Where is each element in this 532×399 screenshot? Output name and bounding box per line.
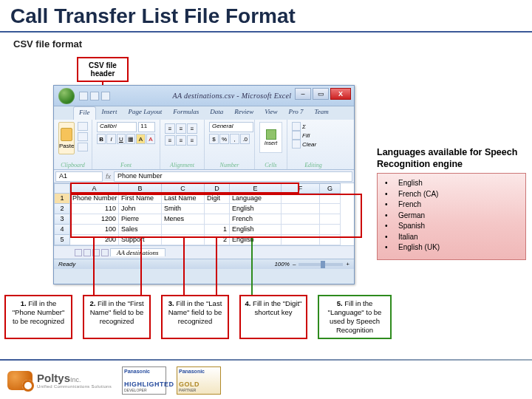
office-orb-icon[interactable] [58, 88, 75, 104]
qat-save-icon[interactable] [79, 92, 88, 100]
cell[interactable]: English [230, 204, 282, 214]
row-header-1[interactable]: 1 [54, 194, 70, 204]
ribbon-tab-view[interactable]: View [259, 106, 282, 120]
name-box[interactable]: A1 [55, 171, 103, 182]
italic-button[interactable]: I [106, 134, 115, 144]
font-color-button[interactable]: A [146, 134, 155, 144]
cell[interactable] [282, 194, 320, 204]
comma-icon[interactable]: , [230, 134, 239, 144]
format-painter-icon[interactable] [78, 143, 88, 151]
align-top-icon[interactable]: ≡ [165, 123, 175, 134]
cell[interactable]: 200 [70, 235, 119, 245]
cell[interactable] [282, 225, 320, 235]
copy-icon[interactable] [78, 132, 88, 141]
underline-button[interactable]: U [117, 134, 126, 144]
cell[interactable] [320, 235, 341, 245]
align-center-icon[interactable]: ≡ [176, 135, 186, 146]
col-header-G[interactable]: G [320, 183, 341, 194]
sheet-nav-first-icon[interactable] [75, 249, 82, 256]
font-name-select[interactable]: Calibri [97, 122, 137, 132]
col-header-B[interactable]: B [119, 183, 162, 194]
cell[interactable]: Sales [119, 225, 162, 235]
cell[interactable] [320, 225, 341, 235]
align-bot-icon[interactable]: ≡ [187, 123, 197, 134]
ribbon-tab-review[interactable]: Review [229, 106, 259, 120]
col-header-F[interactable]: F [282, 183, 320, 194]
sheet-nav-last-icon[interactable] [101, 249, 109, 256]
font-size-select[interactable]: 11 [138, 122, 155, 132]
cell[interactable]: Last Name [162, 194, 205, 204]
bold-button[interactable]: B [97, 134, 106, 144]
minimize-button[interactable]: – [295, 88, 311, 100]
select-all-corner[interactable] [54, 183, 70, 194]
qat-redo-icon[interactable] [101, 92, 110, 100]
fx-icon[interactable]: fx [106, 173, 111, 180]
cell[interactable] [162, 225, 205, 235]
row-header-2[interactable]: 2 [54, 204, 70, 214]
number-format-select[interactable]: General [209, 122, 253, 132]
inc-dec-icon[interactable]: .0 [240, 134, 250, 144]
col-header-C[interactable]: C [162, 183, 205, 194]
ribbon-tab-pro7[interactable]: Pro 7 [284, 106, 309, 120]
cell[interactable]: English [230, 225, 282, 235]
row-header-3[interactable]: 3 [54, 214, 70, 225]
cell[interactable] [205, 214, 230, 225]
autosum-icon[interactable] [292, 122, 301, 131]
align-left-icon[interactable]: ≡ [165, 135, 175, 146]
percent-icon[interactable]: % [219, 134, 229, 144]
cell[interactable] [205, 204, 230, 214]
cut-icon[interactable] [78, 122, 88, 131]
col-header-D[interactable]: D [205, 183, 230, 194]
align-right-icon[interactable]: ≡ [187, 135, 197, 146]
ribbon-tab-pagelayout[interactable]: Page Layout [123, 106, 168, 120]
col-header-E[interactable]: E [230, 183, 282, 194]
cell[interactable]: 2 [205, 235, 230, 245]
zoom-control[interactable]: 100% –+ [274, 261, 349, 267]
sheet-tab[interactable]: AA destinations [110, 248, 166, 256]
cell[interactable] [282, 214, 320, 225]
row-header-4[interactable]: 4 [54, 225, 70, 235]
formula-input[interactable]: Phone Number [114, 171, 352, 182]
connector-3 [183, 238, 185, 297]
border-button[interactable]: ▦ [126, 134, 135, 144]
cell[interactable]: Menes [162, 214, 205, 225]
qat-undo-icon[interactable] [90, 92, 99, 100]
insert-cells-button[interactable]: Insert [259, 122, 282, 153]
cell[interactable]: John [119, 204, 162, 214]
cell[interactable]: 1200 [70, 214, 119, 225]
zoom-slider[interactable] [299, 263, 343, 266]
cell[interactable] [282, 204, 320, 214]
cell[interactable] [320, 214, 341, 225]
row-header-5[interactable]: 5 [54, 235, 70, 245]
currency-icon[interactable]: $ [209, 134, 219, 144]
fill-color-button[interactable]: A [136, 134, 145, 144]
clear-icon[interactable] [292, 140, 301, 149]
align-mid-icon[interactable]: ≡ [176, 123, 186, 134]
cell[interactable]: 110 [70, 204, 119, 214]
ribbon-tab-team[interactable]: Team [310, 106, 334, 120]
cell[interactable]: 100 [70, 225, 119, 235]
sheet-nav-prev-icon[interactable] [83, 249, 91, 256]
spreadsheet-grid[interactable]: A B C D E F G 1 Phone Number First Name … [54, 183, 354, 269]
cell[interactable] [320, 204, 341, 214]
cell[interactable]: 1 [205, 225, 230, 235]
cell[interactable]: French [230, 214, 282, 225]
ribbon-tab-formulas[interactable]: Formulas [168, 106, 204, 120]
cell[interactable]: Phone Number [70, 194, 119, 204]
cell[interactable]: First Name [119, 194, 162, 204]
maximize-button[interactable]: ▭ [313, 88, 329, 100]
cell[interactable]: Digit [205, 194, 230, 204]
ribbon-tab-insert[interactable]: Insert [97, 106, 123, 120]
cell[interactable]: Pierre [119, 214, 162, 225]
fill-icon[interactable] [292, 131, 301, 140]
ribbon-tab-data[interactable]: Data [205, 106, 228, 120]
cell[interactable]: English [230, 235, 282, 245]
col-header-A[interactable]: A [70, 183, 119, 194]
cell[interactable] [320, 194, 341, 204]
close-button[interactable]: X [330, 88, 351, 100]
cell[interactable] [282, 235, 320, 245]
cell[interactable]: Smith [162, 204, 205, 214]
cell[interactable]: Language [230, 194, 282, 204]
ribbon-tab-file[interactable]: File [73, 106, 96, 120]
paste-button[interactable]: Paste [58, 122, 75, 154]
